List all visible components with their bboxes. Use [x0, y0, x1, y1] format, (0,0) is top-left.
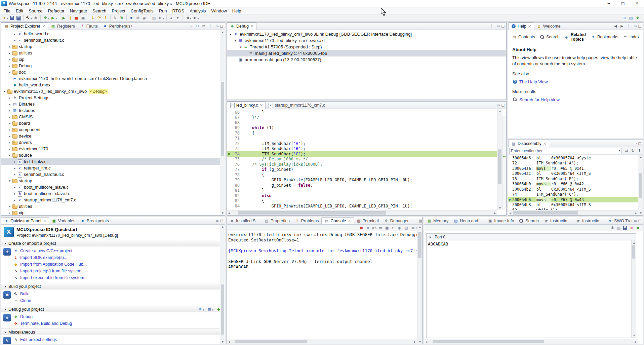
- collapse-twisty-icon[interactable]: [3, 331, 8, 334]
- scroll-right-icon[interactable]: [634, 339, 638, 344]
- tab-variables[interactable]: Variables: [49, 217, 78, 224]
- collapse-all-button[interactable]: [194, 23, 200, 30]
- expand-arrow-icon[interactable]: [7, 141, 12, 144]
- scroll-left-icon[interactable]: [424, 339, 429, 344]
- link-editor-button[interactable]: [201, 23, 207, 30]
- external-tools-button[interactable]: [157, 14, 165, 21]
- vertical-scrollbar[interactable]: [497, 109, 502, 210]
- new-wizard-button[interactable]: [1, 14, 9, 21]
- annotations-next-button[interactable]: [175, 14, 181, 21]
- tree-item-utilities[interactable]: utilities: [1, 50, 225, 56]
- x-gray-button[interactable]: [365, 225, 371, 231]
- maximize-button[interactable]: [616, 0, 630, 7]
- debug-blue-button[interactable]: [197, 306, 204, 313]
- expand-arrow-icon[interactable]: [238, 45, 243, 49]
- help-nav-search[interactable]: Search: [539, 34, 560, 40]
- dropdown-arrow-icon[interactable]: [48, 15, 49, 21]
- back-button[interactable]: [185, 14, 192, 21]
- filter-button[interactable]: [188, 23, 194, 30]
- maximize-view-icon[interactable]: [638, 219, 641, 223]
- scroll-thumb[interactable]: [639, 173, 642, 198]
- minimize-view-icon[interactable]: [215, 219, 218, 223]
- tab-swo-trac[interactable]: SWO Trac...: [605, 217, 632, 224]
- expand-arrow-icon[interactable]: [228, 33, 233, 36]
- help-nav-related-topics[interactable]: Related Topics: [564, 32, 586, 42]
- port-output[interactable]: ABCABCAB: [427, 240, 631, 338]
- tree-item-evkmimxrt1170-hello-world-demo-cm7-linkserver-debug-launch[interactable]: evkmimxrt1170_hello_world_demo_cm7 LinkS…: [1, 75, 225, 82]
- expand-arrow-icon[interactable]: [7, 135, 12, 138]
- clear-console-button[interactable]: [377, 225, 384, 231]
- tab-close-icon[interactable]: [528, 24, 531, 29]
- tree-item-boot-multicore-slave-c[interactable]: boot_multicore_slave.c: [1, 184, 225, 190]
- maximize-view-icon[interactable]: [501, 24, 505, 28]
- scroll-thumb[interactable]: [221, 284, 224, 335]
- manage-configs-button[interactable]: [33, 14, 39, 21]
- expand-arrow-icon[interactable]: [7, 211, 12, 215]
- tab-close-icon[interactable]: [259, 103, 263, 108]
- quickstart-link-import-sdk-example-s[interactable]: Import SDK example(s)...: [13, 254, 225, 261]
- tree-item-board[interactable]: board: [1, 120, 225, 126]
- view-menu-button[interactable]: [207, 23, 213, 30]
- view-menu-button[interactable]: [488, 23, 494, 30]
- maximize-view-icon[interactable]: [220, 24, 223, 28]
- scroll-thumb[interactable]: [235, 340, 307, 343]
- tab-breakpoints[interactable]: Breakpoints: [78, 217, 111, 224]
- minimize-view-icon[interactable]: [411, 226, 414, 230]
- save-log-button[interactable]: [622, 225, 628, 231]
- probe-blue-button[interactable]: [206, 306, 214, 313]
- dropdown-icon[interactable]: [619, 149, 620, 152]
- tree-item-device[interactable]: device: [1, 133, 225, 139]
- help-nav-bookmarks[interactable]: Bookmarks: [591, 34, 618, 40]
- tab-terminal[interactable]: Terminal: [354, 217, 381, 224]
- tab-instructio[interactable]: Instructio...: [541, 217, 573, 224]
- scroll-thumb[interactable]: [433, 340, 544, 343]
- menu-search[interactable]: Search: [90, 7, 109, 14]
- expand-arrow-icon[interactable]: [7, 45, 12, 48]
- dropdown-arrow-icon[interactable]: [7, 15, 8, 21]
- nav-fwd-button[interactable]: [619, 23, 625, 30]
- scroll-right-icon[interactable]: [493, 210, 497, 216]
- tree-item-boot-multicore-slave-h[interactable]: boot_multicore_slave.h: [1, 190, 225, 197]
- tab-peripherals+[interactable]: Peripherals+: [100, 23, 135, 30]
- step-return-button[interactable]: [103, 14, 109, 21]
- scroll-up-icon[interactable]: [497, 109, 502, 113]
- expand-arrow-icon[interactable]: [7, 154, 12, 157]
- instruction-stepping-button[interactable]: [112, 14, 118, 21]
- quickstart-link-build[interactable]: Build: [13, 291, 225, 297]
- view-menu-button[interactable]: [625, 23, 631, 30]
- tab-startup-mimxrt1176-cm7-c[interactable]: startup_mimxrt1176_cm7.c: [266, 102, 327, 109]
- minimize-view-icon[interactable]: [634, 219, 637, 223]
- dropdown-arrow-icon[interactable]: [56, 15, 57, 21]
- section-header-debug-your-project[interactable]: Debug your project: [1, 306, 225, 312]
- pin-console-button[interactable]: [397, 225, 403, 231]
- tree-item-evkmimxrt1170[interactable]: evkmimxrt1170: [1, 146, 225, 152]
- view-menu-button[interactable]: [636, 148, 642, 154]
- tree-item-thread-1-57005-suspended-step[interactable]: Thread #1 57005 (Suspended : Step): [227, 44, 506, 50]
- xx-gray-button[interactable]: [371, 225, 377, 231]
- develop-perspective-button[interactable]: [628, 14, 634, 21]
- search-button[interactable]: [614, 14, 620, 21]
- tree-item-evkmimxrt1170-iled-blinky-cm7-swo-jlink-debug-gdb-segger-interface-debugging[interactable]: evkmimxrt1170_iled_blinky_cm7_swo JLink …: [227, 31, 506, 37]
- new-breakpoint-button[interactable]: [128, 14, 134, 21]
- maximize-view-icon[interactable]: [220, 219, 223, 223]
- menu-analysis[interactable]: Analysis: [187, 7, 208, 14]
- menu-project[interactable]: Project: [109, 7, 128, 14]
- menu-configtools[interactable]: ConfigTools: [128, 7, 156, 14]
- port-header[interactable]: Port 0: [427, 234, 636, 240]
- expand-arrow-icon[interactable]: [7, 71, 12, 74]
- dropdown-arrow-icon[interactable]: [190, 15, 192, 21]
- build-button[interactable]: [25, 14, 33, 21]
- tab-memory[interactable]: Memory: [424, 217, 451, 224]
- tab-image-info[interactable]: Image Info: [485, 217, 516, 224]
- horizontal-scrollbar[interactable]: [424, 339, 638, 344]
- expand-arrow-icon[interactable]: [2, 90, 7, 93]
- tab-help[interactable]: Help: [508, 23, 534, 30]
- resume-button[interactable]: [61, 14, 67, 21]
- quickstart-link-debug[interactable]: Debug: [13, 313, 225, 320]
- vertical-scrollbar[interactable]: [638, 155, 643, 215]
- expand-arrow-icon[interactable]: [12, 198, 17, 202]
- quickstart-link-import-executable-from-file-system[interactable]: Import executable from file system...: [13, 274, 225, 281]
- scroll-up-icon[interactable]: [220, 30, 225, 34]
- tab-led-blinky-c[interactable]: led_blinky.c: [227, 102, 266, 109]
- expand-arrow-icon[interactable]: [7, 122, 12, 125]
